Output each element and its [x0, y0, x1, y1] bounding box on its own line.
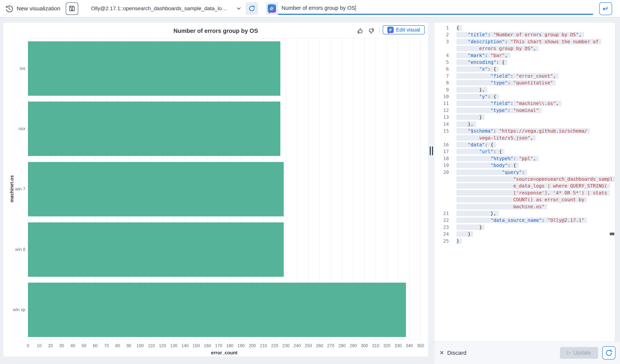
- x-tick-mark: [241, 340, 241, 342]
- code-line[interactable]: 10 "y": {: [434, 93, 609, 100]
- discard-button[interactable]: ✕ Discard: [439, 349, 466, 356]
- code-line[interactable]: 16 "data": {: [434, 141, 609, 148]
- line-number: 22: [434, 217, 449, 224]
- code-line[interactable]: 2 "title": "Number of errors group by OS…: [434, 31, 609, 38]
- code-line[interactable]: 4 "mark": "bar",: [434, 52, 609, 59]
- code-line[interactable]: 17 "url": {: [434, 148, 609, 155]
- line-number: 12: [434, 107, 449, 114]
- code-line[interactable]: 8 "type": "quantitative": [434, 79, 609, 86]
- datasource-refresh-icon[interactable]: [246, 2, 258, 15]
- edit-visual-button[interactable]: Edit visual: [383, 25, 425, 34]
- line-number: 19: [434, 162, 449, 169]
- line-number: 21: [434, 210, 449, 217]
- y-tick-label: osx: [18, 126, 25, 131]
- history-icon[interactable]: [5, 5, 13, 13]
- panel-resizer[interactable]: [428, 23, 434, 341]
- code-line[interactable]: machine.os": [434, 203, 609, 210]
- line-number: 20: [434, 169, 449, 176]
- line-number: 3: [434, 38, 449, 45]
- line-number: 6: [434, 66, 449, 73]
- line-number: 25: [434, 238, 449, 244]
- code-line[interactable]: 6 "x": {: [434, 66, 609, 73]
- x-tick-mark: [364, 340, 365, 342]
- code-line[interactable]: 7 "field": "error_count",: [434, 73, 609, 79]
- gridline: [409, 38, 410, 340]
- text-cursor: [356, 5, 356, 11]
- datasource-select[interactable]: Olly@2.17.1::opensearch_dashboards_sampl…: [87, 2, 246, 15]
- y-tick-mark: [26, 68, 28, 69]
- thumbs-down-icon[interactable]: [367, 27, 375, 35]
- x-tick-mark: [308, 340, 309, 342]
- code-line[interactable]: 12 "type": "nominal": [434, 107, 609, 114]
- x-tick-mark: [376, 340, 376, 342]
- editor-scrollbar-thumb[interactable]: [610, 233, 614, 235]
- discard-label: Discard: [447, 350, 466, 356]
- return-arrow-icon: ↵: [603, 4, 609, 13]
- assistant-query-control: Number of errors group by OS: [266, 2, 594, 15]
- code-line[interactable]: 3 "description": "This chart shows the n…: [434, 38, 609, 45]
- line-number: 16: [434, 141, 449, 148]
- line-number: 18: [434, 155, 449, 162]
- code-line[interactable]: 5 "encoding": {: [434, 59, 609, 66]
- code-line[interactable]: 18 "%type%": "ppl",: [434, 155, 609, 162]
- x-tick-mark: [353, 340, 354, 342]
- code-line[interactable]: 22 "data_source_name": "Olly@2.17.1": [434, 217, 609, 224]
- thumbs-up-icon[interactable]: [357, 27, 364, 35]
- line-number: 10: [434, 93, 449, 100]
- x-tick-mark: [39, 340, 39, 342]
- save-button[interactable]: [66, 2, 78, 15]
- code-line[interactable]: 13 }: [434, 114, 609, 121]
- line-number: 15: [434, 128, 449, 135]
- assistant-icon: [387, 27, 394, 33]
- code-line[interactable]: ['response'], '4* OR 5*') | stats: [434, 190, 609, 196]
- x-tick-mark: [331, 340, 331, 342]
- y-tick-mark: [26, 249, 28, 250]
- code-line[interactable]: 25}: [434, 238, 609, 244]
- code-line[interactable]: 9 },: [434, 87, 609, 93]
- code-line[interactable]: "source=opensearch_dashboards_sampl: [434, 176, 609, 182]
- code-line[interactable]: 23 }: [434, 224, 609, 231]
- code-line[interactable]: 21 },: [434, 210, 609, 217]
- code-line[interactable]: 20 "query":: [434, 169, 609, 176]
- update-button[interactable]: ▷ Update: [560, 347, 598, 359]
- line-number: [434, 196, 449, 203]
- code-line[interactable]: 14 },: [434, 121, 609, 128]
- x-tick-mark: [264, 340, 264, 342]
- chevron-down-icon: [236, 5, 242, 12]
- line-number: 5: [434, 59, 449, 66]
- submit-query-button[interactable]: ↵: [599, 2, 612, 15]
- line-number: 17: [434, 148, 449, 155]
- toolbar-divider: [379, 25, 380, 34]
- bar-chart-plot-area: [28, 38, 420, 340]
- line-number: 2: [434, 31, 449, 38]
- close-icon: ✕: [439, 349, 444, 356]
- refresh-preview-button[interactable]: [602, 346, 616, 360]
- assistant-query-input[interactable]: Number of errors group by OS: [278, 2, 594, 15]
- code-line[interactable]: 24 }: [434, 231, 609, 238]
- code-line[interactable]: e_data_logs | where QUERY_STRING(: [434, 182, 609, 189]
- vega-spec-editor[interactable]: 1{2 "title": "Number of errors group by …: [434, 23, 615, 341]
- x-axis-title: error_count: [28, 350, 420, 355]
- code-line[interactable]: COUNT() as error_count by: [434, 196, 609, 203]
- bar-win-8: [28, 222, 284, 277]
- y-tick-label: ios: [20, 66, 25, 71]
- x-tick-mark: [196, 340, 197, 342]
- x-tick-mark: [275, 340, 275, 342]
- line-number: [434, 190, 449, 196]
- line-number: 8: [434, 79, 449, 86]
- x-tick-mark: [107, 340, 107, 342]
- x-tick-mark: [174, 340, 174, 342]
- x-tick-mark: [342, 340, 342, 342]
- x-tick-mark: [207, 340, 208, 342]
- save-icon: [69, 5, 75, 13]
- x-tick-label: 350: [413, 343, 428, 348]
- code-line[interactable]: 11 "field": "machine\\.os",: [434, 100, 609, 107]
- y-tick-mark: [26, 129, 28, 129]
- code-line[interactable]: errors group by OS",: [434, 45, 609, 52]
- code-line[interactable]: 19 "body": {: [434, 162, 609, 169]
- code-line[interactable]: vega-lite/v5.json",: [434, 135, 609, 141]
- gridline: [420, 38, 421, 340]
- bar-ios: [28, 41, 280, 96]
- code-line[interactable]: 15 "$schema": "https://vega.github.io/sc…: [434, 128, 609, 135]
- code-line[interactable]: 1{: [434, 25, 609, 31]
